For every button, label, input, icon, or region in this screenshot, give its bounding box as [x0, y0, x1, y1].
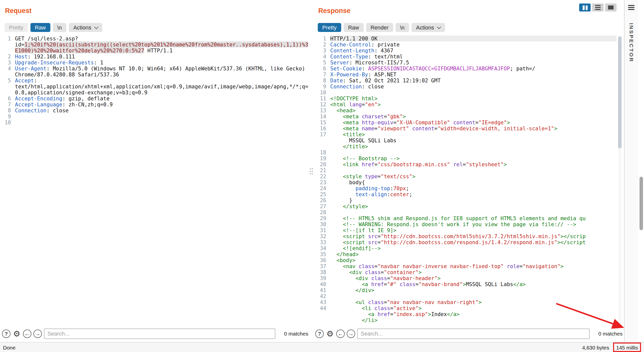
request-match-count: 0 matches	[277, 330, 308, 336]
response-scrollbar	[618, 36, 622, 323]
response-match-count: 0 matches	[592, 330, 622, 336]
code-line: 27 </style>	[315, 203, 616, 209]
response-tab-newline[interactable]: \n	[396, 23, 409, 32]
hamburger-icon[interactable]	[628, 5, 634, 10]
inspector-label[interactable]: INSPECTOR	[628, 23, 634, 62]
code-line: 15 <meta http-equiv="X-UA-Compatible" co…	[315, 119, 616, 125]
request-tab-actions[interactable]: Actions	[69, 23, 102, 32]
response-actions-label: Actions	[416, 23, 434, 32]
code-line: 14 <meta charset="gbk">	[315, 113, 616, 119]
response-scrollbar-thumb[interactable]	[618, 37, 622, 148]
code-line: 9Connection: close	[315, 83, 616, 89]
code-line: 36 <body>	[315, 257, 616, 263]
code-line: 40 <a href="#" class="navbar-brand">MSSQ…	[315, 281, 616, 287]
repeater-window: Request Pretty Raw \n Actions 1GET /sql/…	[0, 0, 644, 352]
layout-view-buttons	[579, 4, 616, 12]
code-line: 8Connection: close	[2, 107, 308, 113]
code-line: 39 <div class="navbar-header">	[315, 275, 616, 281]
code-line: 7X-Powered-By: ASP.NET	[315, 71, 616, 77]
request-tab-raw[interactable]: Raw	[30, 23, 50, 32]
status-done-label: Done	[3, 344, 16, 350]
request-search-bar: ? ⚙ ← → 0 matches	[2, 327, 308, 339]
inspector-panel: INSPECTOR	[624, 0, 638, 342]
code-line: 6Set-Cookie: ASPSESSIONIDCASTAQCC=GIFDGM…	[315, 65, 616, 71]
code-line: 29 <!-- HTML5 shim and Respond.js for IE…	[315, 215, 616, 221]
code-line: 5Server: Microsoft-IIS/7.5	[315, 59, 616, 65]
code-line: 3Content-Length: 4367	[315, 48, 616, 54]
response-time-label: 145 millis	[616, 344, 638, 350]
code-line: 4Content-Type: text/html	[315, 54, 616, 59]
request-panel: Request Pretty Raw \n Actions 1GET /sql/…	[0, 0, 310, 325]
code-line: 10	[315, 89, 616, 95]
previous-match-button[interactable]: ←	[23, 329, 32, 338]
code-line: 30 <!-- WARNING: Respond.js doesn't work…	[315, 221, 616, 227]
response-time-highlight-box: 145 millis	[613, 342, 641, 352]
status-metrics: 4,630 bytes 145 millis	[582, 342, 641, 352]
code-line: 1HTTP/1.1 200 OK	[315, 36, 616, 42]
help-icon[interactable]: ?	[2, 329, 10, 338]
code-line: 19 <!-- Bootstrap -->	[315, 155, 616, 161]
code-line: 38 <div class="container">	[315, 269, 616, 275]
response-editor[interactable]: 1HTTP/1.1 200 OK2Cache-Control: private3…	[315, 36, 616, 324]
next-match-button[interactable]: →	[34, 329, 42, 338]
window-scrollbar-thumb[interactable]	[640, 177, 643, 230]
status-bar: Done 4,630 bytes 145 millis	[0, 342, 644, 352]
code-line: 34 <![endif]-->	[315, 245, 616, 251]
code-line: <a href="index.asp">Index</a>	[315, 311, 616, 317]
chevron-down-icon	[94, 25, 98, 29]
request-actions-label: Actions	[73, 23, 91, 32]
code-line: 9	[2, 113, 308, 119]
code-line: 44 <li class="active">	[315, 305, 616, 311]
code-line: 8Date: Sat, 02 Oct 2021 12:19:02 GMT	[315, 77, 616, 83]
response-tab-raw[interactable]: Raw	[344, 23, 364, 32]
request-tabs: Pretty Raw \n Actions	[4, 23, 102, 32]
code-line: 10	[2, 119, 308, 125]
request-editor[interactable]: 1GET /sql/less-2.asp?id=1;%20if%20(ascii…	[2, 36, 308, 324]
columns-layout-button[interactable]	[579, 4, 590, 12]
code-line: 43 <ul class="nav navbar-nav navbar-righ…	[315, 299, 616, 305]
request-tab-newline[interactable]: \n	[53, 23, 66, 32]
chevron-down-icon	[437, 25, 441, 29]
code-line: 12<html lang="en">	[315, 101, 616, 107]
response-tab-render[interactable]: Render	[366, 23, 393, 32]
response-search-input[interactable]	[357, 328, 590, 339]
code-line: 6Accept-Encoding: gzip, deflate	[2, 95, 308, 101]
rows-layout-button[interactable]	[592, 4, 604, 12]
code-line: 1GET /sql/less-2.asp?id=1;%20if%20(ascii…	[2, 36, 308, 54]
single-layout-button[interactable]	[605, 4, 616, 12]
screenshot-root: Request Pretty Raw \n Actions 1GET /sql/…	[0, 0, 644, 352]
request-tab-pretty[interactable]: Pretty	[4, 23, 28, 32]
response-tab-pretty[interactable]: Pretty	[318, 23, 341, 32]
response-size-label: 4,630 bytes	[582, 344, 609, 350]
response-search-bar: ? ⚙ ← → 0 matches	[315, 327, 622, 339]
help-icon[interactable]: ?	[315, 329, 324, 338]
code-line: 37 <nav class="navbar navbar-inverse nav…	[315, 263, 616, 269]
request-panel-title: Request	[5, 7, 32, 15]
code-line: 21	[315, 167, 616, 173]
code-line: 7Accept-Language: zh-CN,zh;q=0.9	[2, 101, 308, 107]
code-line: </title>	[315, 143, 616, 149]
code-line: 33 <script src="http://cdn.bootcss.com/r…	[315, 239, 616, 245]
code-line: MSSQL SQLi Labs	[315, 137, 616, 143]
code-line: 26 }	[315, 197, 616, 203]
code-line: 28	[315, 209, 616, 215]
response-tab-actions[interactable]: Actions	[412, 23, 445, 32]
code-line: 17 <title>	[315, 131, 616, 137]
code-line: 35 </head>	[315, 251, 616, 257]
code-line: 24 padding-top:70px;	[315, 185, 616, 191]
code-line: 3Upgrade-Insecure-Requests: 1	[2, 59, 308, 65]
response-panel-title: Response	[318, 7, 350, 15]
code-line: 2Cache-Control: private	[315, 42, 616, 48]
gear-icon[interactable]: ⚙	[12, 329, 21, 338]
code-line: 20 <link href="css/bootstrap.min.css" re…	[315, 161, 616, 167]
previous-match-button[interactable]: ←	[336, 329, 345, 338]
code-line: 32 <script src="http://cdn.bootcss.com/h…	[315, 233, 616, 239]
code-line: 13 <head>	[315, 107, 616, 113]
code-line: 2Host: 192.168.0.111	[2, 54, 308, 59]
request-search-input[interactable]	[44, 328, 275, 339]
code-line: 16 <meta name="viewport" content="width=…	[315, 125, 616, 131]
single-layout-icon	[608, 6, 614, 10]
code-line: 23 body{	[315, 179, 616, 185]
next-match-button[interactable]: →	[347, 329, 355, 338]
gear-icon[interactable]: ⚙	[326, 329, 334, 338]
